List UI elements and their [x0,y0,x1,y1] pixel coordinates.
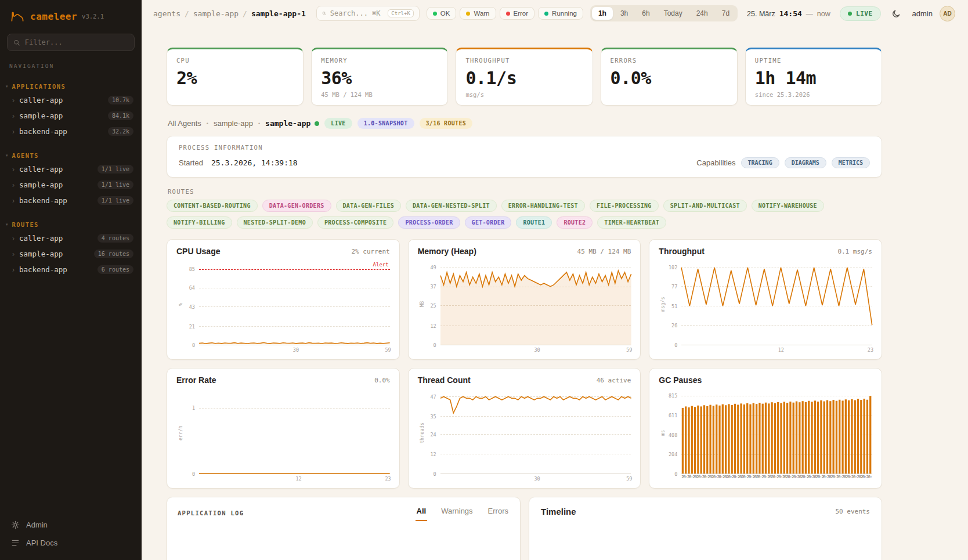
process-information-card: PROCESS INFORMATION Started 25.3.2026, 1… [167,136,882,178]
time-range-6h[interactable]: 6h [635,7,656,20]
application-log-card: APPLICATION LOG AllWarningsErrors [167,497,521,560]
route-badge-file-processing[interactable]: FILE-PROCESSING [590,200,659,212]
y-tick-label: 24 [430,431,436,437]
chart-series-error-rate [199,392,390,474]
route-badge-nested-split-demo[interactable]: NESTED-SPLIT-DEMO [237,216,313,229]
chart-plot-error-rate: 1223 [199,392,390,474]
stat-card-memory: MEMORY36%45 MB / 124 MB [311,48,448,106]
sidebar-item-label: caller-app [19,234,63,243]
time-range-24h[interactable]: 24h [690,7,714,20]
sidebar-item-badge: 1/1 live [97,165,133,174]
breadcrumb-sample-app[interactable]: sample-app [193,9,239,18]
stat-card-uptime: UPTIME1h 14msince 25.3.2026 [745,48,882,106]
sidebar-item-applications-backend-app[interactable]: ›backend-app32.2k [0,124,142,139]
search-input[interactable] [330,9,384,17]
route-badge-error-handling-test[interactable]: ERROR-HANDLING-TEST [501,200,585,212]
sidebar-item-routes-caller-app[interactable]: ›caller-app4 routes [0,230,142,246]
x-tick-label: 30 [293,347,299,353]
avatar[interactable]: AD [940,6,955,21]
routes-title: ROUTES [168,188,881,195]
application-log-title: APPLICATION LOG [178,510,244,521]
y-tick-label: 0 [434,471,436,477]
sidebar-item-label: backend-app [19,127,67,136]
chart-y-axis-label: % [176,263,184,345]
filter-input[interactable] [25,38,128,46]
log-tabs: AllWarningsErrors [416,507,510,521]
sidebar-item-label: sample-app [19,111,63,120]
route-badge-timer-heartbeat[interactable]: TIMER-HEARTBEAT [597,216,666,229]
route-badge-data-gen-files[interactable]: DATA-GEN-FILES [336,200,402,212]
sidebar-footer-api-docs[interactable]: API Docs [5,534,137,552]
y-tick-label: 0 [434,342,436,348]
agent-crumb-sample-app[interactable]: sample-app [214,119,253,128]
route-badge-data-gen-nested-split[interactable]: DATA-GEN-NESTED-SPLIT [406,200,497,212]
chart-y-axis-label: msg/s [659,263,666,345]
sidebar-filter[interactable] [7,34,135,51]
status-filter-warn[interactable]: Warn [460,7,496,20]
y-tick-label: 37 [430,283,436,289]
docs-icon [11,539,20,547]
sidebar-item-agents-sample-app[interactable]: ›sample-app1/1 live [0,177,142,193]
sidebar-item-agents-backend-app[interactable]: ›backend-app1/1 live [0,193,142,208]
route-badge-notify-billing[interactable]: NOTIFY-BILLING [167,216,232,229]
chevron-right-icon: › [12,234,15,243]
sidebar-item-routes-backend-app[interactable]: ›backend-app6 routes [0,262,142,277]
route-badge-process-order[interactable]: PROCESS-ORDER [398,216,460,229]
live-toggle[interactable]: LIVE [840,6,881,21]
route-badge-route1[interactable]: ROUTE1 [516,216,552,229]
route-badge-get-order[interactable]: GET-ORDER [465,216,512,229]
camel-logo-icon [9,8,26,24]
status-filter-label: Error [514,10,529,17]
status-filter-ok[interactable]: OK [427,7,457,20]
chart-plot-throughput: 1223 [681,263,872,345]
sidebar-item-applications-sample-app[interactable]: ›sample-app84.1k [0,108,142,124]
route-badge-notify-warehouse[interactable]: NOTIFY-WAREHOUSE [752,200,824,212]
breadcrumb-agents[interactable]: agents [153,9,180,18]
y-tick-label: 12 [430,451,436,457]
route-badge-split-and-multicast[interactable]: SPLIT-AND-MULTICAST [663,200,747,212]
charts-grid: CPU Usage2% current%021436485Alert3059Me… [167,239,882,489]
time-range-7d[interactable]: 7d [716,7,736,20]
topbar: agents/sample-app/sample-app-1 Ctrl+K OK… [142,0,968,27]
sidebar-section-header-routes[interactable]: ▾ROUTES [0,219,142,230]
log-tab-errors[interactable]: Errors [487,507,510,521]
chevron-right-icon: › [12,96,15,104]
route-badge-data-gen-orders[interactable]: DATA-GEN-ORDERS [262,200,331,212]
sidebar-section-header-agents[interactable]: ▾AGENTS [0,150,142,161]
sidebar-section-header-applications[interactable]: ▾APPLICATIONS [0,81,142,92]
time-range-selector: 1h3h6hToday24h7d [590,5,738,21]
agent-breadcrumb: All Agents•sample-app•sample-appLIVE1.0-… [168,118,881,129]
sidebar-footer-admin[interactable]: Admin [5,516,137,534]
status-filter-error[interactable]: Error [500,7,535,20]
time-range-1h[interactable]: 1h [592,7,613,20]
route-badge-content-based-routing[interactable]: CONTENT-BASED-ROUTING [167,200,258,212]
log-tab-warnings[interactable]: Warnings [440,507,474,521]
sidebar-item-agents-caller-app[interactable]: ›caller-app1/1 live [0,161,142,177]
log-tab-all[interactable]: All [416,507,428,521]
time-range-today[interactable]: Today [658,7,689,20]
agent-crumb-sample-app-current[interactable]: sample-app [265,119,310,128]
time-range-3h[interactable]: 3h [614,7,634,20]
agent-crumb-all-agents[interactable]: All Agents [168,119,201,128]
status-filter-running[interactable]: Running [538,7,583,20]
chevron-right-icon: › [12,181,15,189]
sidebar-item-applications-caller-app[interactable]: ›caller-app10.7k [0,92,142,108]
sidebar-item-label: sample-app [19,180,63,189]
stat-value: 2% [176,68,294,88]
chart-current-value: 46 active [597,377,631,384]
route-badge-process-composite[interactable]: PROCESS-COMPOSITE [317,216,393,229]
x-tick-label: 59 [626,347,632,353]
search-shortcut-badge: Ctrl+K [388,9,414,17]
y-tick-label: 611 [669,413,677,418]
stat-label: THROUGHPUT [465,57,583,64]
global-search[interactable]: Ctrl+K [316,6,420,21]
breadcrumb-sample-app-1[interactable]: sample-app-1 [251,9,306,18]
stat-value: 36% [321,68,438,88]
dark-mode-toggle[interactable] [888,5,905,22]
capability-badge-metrics: METRICS [832,157,870,168]
route-badge-route2[interactable]: ROUTE2 [557,216,593,229]
sidebar-item-routes-sample-app[interactable]: ›sample-app16 routes [0,246,142,262]
y-tick-label: 0 [192,471,195,477]
main-area: agents/sample-app/sample-app-1 Ctrl+K OK… [142,0,968,560]
y-tick-label: 85 [189,266,195,272]
